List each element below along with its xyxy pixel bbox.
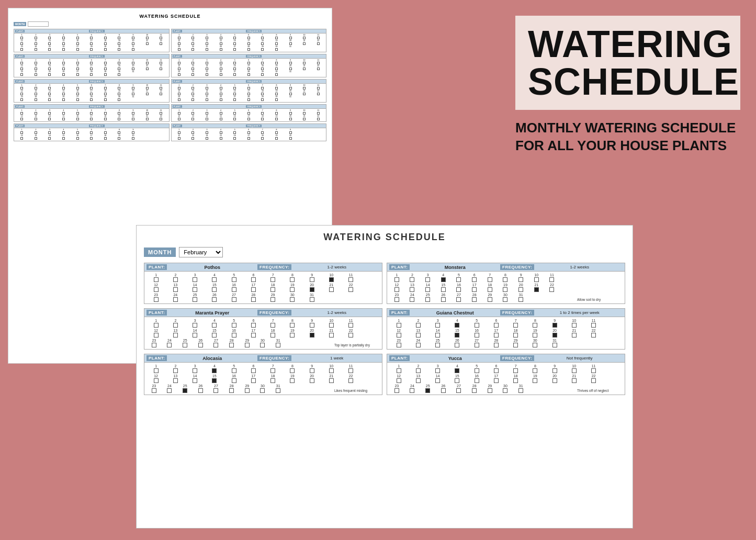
back-month-label: MONTH <box>14 22 26 26</box>
back-plant-card-7: PLANT: FREQUENCY: 1234567891011 12131415… <box>14 104 170 122</box>
month-row: MONTH February January March April May J… <box>144 247 625 257</box>
plants-grid: PLANT: Pothos FREQUENCY: 1-2 weeks 12345… <box>144 263 625 395</box>
plant-card-maranta: PLANT: Maranta Prayer FREQUENCY: 1-2 wee… <box>144 308 382 350</box>
back-plant-card-6: PLANT: FREQUENCY: 1234567891011 12131415… <box>171 79 327 103</box>
back-plant-card-2: PLANT: FREQUENCY: 1234567891011 12131415… <box>171 29 327 52</box>
plant-card-monstera: PLANT: Monstera FREQUENCY: 1-2 weeks 123… <box>387 263 625 304</box>
back-plant-card-9: PLANT: FREQUENCY: 123456789 121314151617… <box>14 123 170 141</box>
pothos-check-1[interactable] <box>154 277 159 282</box>
guiana-day-grid: 1234567891011 1213141516171819202122 232… <box>387 317 625 349</box>
plant-header-monstera: PLANT: Monstera FREQUENCY: 1-2 weeks <box>387 263 625 272</box>
back-month-row: MONTH <box>14 21 326 27</box>
right-panel: WATERINGSCHEDULE MONTHLY WATERING SCHEDU… <box>515 16 740 155</box>
plant-header-maranta: PLANT: Maranta Prayer FREQUENCY: 1-2 wee… <box>144 309 382 317</box>
pothos-check-6[interactable] <box>251 277 256 282</box>
pothos-check-3[interactable] <box>193 277 197 282</box>
plant-header-pothos: PLANT: Pothos FREQUENCY: 1-2 weeks <box>144 263 382 272</box>
plant-card-pothos: PLANT: Pothos FREQUENCY: 1-2 weeks 12345… <box>144 263 382 304</box>
maranta-day-grid: 1234567891011 1213141516171819202122 232… <box>144 317 382 349</box>
back-plant-card-1: PLANT: FREQUENCY: 1234567891011 12131415… <box>14 29 170 52</box>
plant-header-guiana: PLANT: Guiana Chestnut FREQUENCY: 1 to 2… <box>387 309 625 317</box>
front-doc-title: WATERING SCHEDULE <box>144 232 625 243</box>
pothos-check-11[interactable] <box>348 277 353 282</box>
plant-header-alocasia: PLANT: Alocasia FREQUENCY: 1 week <box>144 354 382 363</box>
back-plant-card-10: PLANT: FREQUENCY: 123456789 121314151617… <box>171 123 327 141</box>
subtitle-text: MONTHLY WATERING SCHEDULEFOR ALL YOUR HO… <box>515 119 740 155</box>
maranta-note: Top layer is partially dry <box>333 343 375 347</box>
plant-card-alocasia: PLANT: Alocasia FREQUENCY: 1 week 123456… <box>144 354 382 395</box>
back-plant-card-4: PLANT: FREQUENCY: 1234567891011 12131415… <box>171 54 327 77</box>
yucca-day-grid: 1234567891011 1213141516171819202122 232… <box>387 363 625 395</box>
plant-card-guiana: PLANT: Guiana Chestnut FREQUENCY: 1 to 2… <box>387 308 625 350</box>
back-plant-header-1: PLANT: FREQUENCY: <box>14 29 169 33</box>
pothos-check-10[interactable] <box>329 277 334 282</box>
plant-header-yucca: PLANT: Yucca FREQUENCY: Not frequently <box>387 354 625 363</box>
back-plants-grid: PLANT: FREQUENCY: 1234567891011 12131415… <box>14 29 326 141</box>
back-plant-card-8: PLANT: FREQUENCY: 1234567891011 12131415… <box>171 104 327 122</box>
yucca-note: Thrives off of neglect <box>576 388 617 393</box>
back-plant-card-3: PLANT: FREQUENCY: 1234567891011 12131415… <box>14 54 170 77</box>
back-doc-title: WATERING SCHEDULE <box>14 14 326 19</box>
plant-card-yucca: PLANT: Yucca FREQUENCY: Not frequently 1… <box>387 354 625 395</box>
back-month-box <box>28 21 49 27</box>
pothos-check-5[interactable] <box>232 277 236 282</box>
monstera-note: Allow soil to dry <box>576 297 617 302</box>
back-plant-card-5: PLANT: FREQUENCY: 1234567891011 12131415… <box>14 79 170 103</box>
title-box: WATERINGSCHEDULE <box>515 16 740 110</box>
pothos-check-2[interactable] <box>173 277 178 282</box>
month-label: MONTH <box>144 248 176 257</box>
pothos-check-9[interactable] <box>310 277 314 282</box>
alocasia-day-grid: 1234567891011 1213141516171819202122 232… <box>144 363 382 395</box>
pothos-check-7[interactable] <box>270 277 275 282</box>
main-title: WATERINGSCHEDULE <box>528 25 728 100</box>
pothos-check-4[interactable] <box>212 277 217 282</box>
front-document: WATERING SCHEDULE MONTH February January… <box>136 225 633 528</box>
pothos-day-grid: 1234567891011 <box>144 272 382 303</box>
month-select[interactable]: February January March April May June Ju… <box>179 247 223 257</box>
monstera-day-grid: 1234567891011 1213141516171819202122 232… <box>387 272 625 303</box>
pothos-check-8[interactable] <box>290 277 295 282</box>
alocasia-note: Likes frequent misting <box>333 388 375 393</box>
